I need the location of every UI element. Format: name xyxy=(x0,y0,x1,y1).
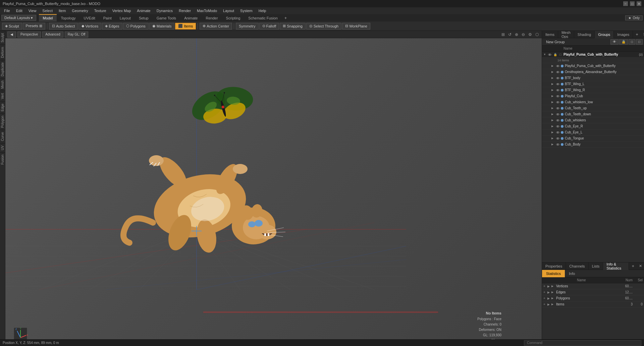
minimize-button[interactable]: − xyxy=(623,1,628,6)
menu-texture[interactable]: Texture xyxy=(92,8,109,13)
menu-layout[interactable]: Layout xyxy=(220,8,237,13)
item12-visibility-icon[interactable] xyxy=(555,130,560,135)
stats-subtab-statistics[interactable]: Statistics xyxy=(542,270,565,277)
tree-item-cub-tongue[interactable]: ▶ Cub_Tongue xyxy=(542,135,644,141)
tree-item-cub-whiskers[interactable]: ▶ Cub_whiskers xyxy=(542,117,644,123)
tab-scripting[interactable]: Scripting xyxy=(222,14,245,21)
menu-vertexmap[interactable]: Vertex Map xyxy=(110,8,134,13)
edges-button[interactable]: ◈ Edges xyxy=(102,23,122,30)
tab-layout[interactable]: Layout xyxy=(116,14,135,21)
item5-visibility-icon[interactable] xyxy=(555,88,560,93)
item4-visibility-icon[interactable] xyxy=(555,82,560,86)
stats-edges-tri[interactable]: ▶ xyxy=(551,291,555,294)
viewport-zoom-out-icon[interactable]: ⊖ xyxy=(521,32,526,37)
group1-visibility-icon[interactable] xyxy=(547,52,552,57)
sidebar-tab-curve[interactable]: Curve xyxy=(0,130,5,143)
stats-items-add[interactable]: + xyxy=(543,302,547,306)
stats-tab-properties[interactable]: Properties xyxy=(542,263,566,270)
sidebar-tab-fusion[interactable]: Fusion xyxy=(0,152,5,167)
stats-row-items[interactable]: + ▶ ▶ Items 3 0 xyxy=(542,301,644,307)
stats-polygons-tri[interactable]: ▶ xyxy=(551,297,555,300)
menu-render[interactable]: Render xyxy=(176,8,194,13)
symmetry-button[interactable]: Symmetry xyxy=(236,23,259,30)
tree-item-cub-teeth-down[interactable]: ▶ Cub_Teeth_down xyxy=(542,111,644,117)
tree-item-cub-eye-l[interactable]: ▶ Cub_Eye_L xyxy=(542,129,644,135)
tree-item-puma-cub-butterfly[interactable]: ▶ Playful_Puma_Cub_with_Butterfly xyxy=(542,63,644,69)
viewport-fit-icon[interactable]: ↺ xyxy=(507,32,513,37)
only-button[interactable]: ★Only xyxy=(625,15,643,20)
item13-visibility-icon[interactable] xyxy=(555,136,560,141)
item1-visibility-icon[interactable] xyxy=(555,64,560,68)
tree-item-btf-wing-l[interactable]: ▶ BTF_Wing_L xyxy=(542,81,644,87)
viewport-expand-icon[interactable]: ⬡ xyxy=(534,32,540,37)
tree-item-cub-body[interactable]: ▶ Cub_Body xyxy=(542,141,644,148)
sidebar-tab-polygon[interactable]: Polygon xyxy=(0,113,5,130)
tab-topology[interactable]: Topology xyxy=(57,14,79,21)
stats-row-edges[interactable]: + ▶ ▶ Edges 12.... xyxy=(542,289,644,295)
viewport-perspective[interactable]: Perspective xyxy=(17,32,41,38)
stats-vertices-arrow[interactable]: ▶ xyxy=(547,285,551,288)
action-center-button[interactable]: ⊕ Action Center xyxy=(200,23,232,30)
sidebar-tab-vert[interactable]: Vert xyxy=(0,91,5,101)
sidebar-tab-deform[interactable]: Deform xyxy=(0,45,5,60)
menu-geometry[interactable]: Geometry xyxy=(69,8,91,13)
snapping-button[interactable]: ⊞ Snapping xyxy=(280,23,306,30)
tree-item-btf-body[interactable]: ▶ BTF_body xyxy=(542,75,644,81)
tree-item-cub-teeth-up[interactable]: ▶ Cub_Teeth_up xyxy=(542,105,644,111)
tab-schematic[interactable]: Schematic Fusion xyxy=(244,14,281,21)
stats-vertices-add[interactable]: + xyxy=(543,284,547,288)
command-input[interactable] xyxy=(524,340,641,346)
stats-row-vertices[interactable]: + ▶ ▶ Vertices 60.... xyxy=(542,283,644,289)
menu-select[interactable]: Select xyxy=(40,8,55,13)
item8-visibility-icon[interactable] xyxy=(555,106,560,111)
tree-item-ornithoptera[interactable]: ▶ Ornithoptera_Alexandrae_Butterfly xyxy=(542,69,644,75)
tab-render[interactable]: Render xyxy=(202,14,222,21)
right-tab-groups[interactable]: Groups xyxy=(595,31,614,38)
sidebar-tab-duplicate[interactable]: Duplicate xyxy=(0,60,5,78)
stats-edges-arrow[interactable]: ▶ xyxy=(547,291,551,294)
stats-tab-channels[interactable]: Channels xyxy=(566,263,588,270)
menu-file[interactable]: File xyxy=(1,8,13,13)
tree-item-cub-whiskers-low[interactable]: ▶ Cub_whiskers_low xyxy=(542,99,644,105)
viewport-settings-icon[interactable]: ⚙ xyxy=(527,32,533,37)
stats-panel-close-button[interactable]: ✕ xyxy=(637,263,644,269)
stats-subtab-info[interactable]: Info xyxy=(565,270,579,277)
group1-lock-icon[interactable]: 🔒 xyxy=(553,52,557,57)
viewport-advanced[interactable]: Advanced xyxy=(42,32,63,38)
item3-visibility-icon[interactable] xyxy=(555,76,560,80)
viewport-type-nav[interactable]: ◀ xyxy=(7,32,16,38)
auto-select-button[interactable]: ⊡ Auto Select xyxy=(49,23,78,30)
viewport-home-icon[interactable]: ⊞ xyxy=(500,32,506,37)
tab-setup[interactable]: Setup xyxy=(135,14,153,21)
menu-animate[interactable]: Animate xyxy=(134,8,153,13)
right-tab-meshops[interactable]: Mesh Ops xyxy=(558,31,574,38)
tab-uvedit[interactable]: UVEdit xyxy=(80,14,99,21)
sidebar-tab-sculpt[interactable]: Sculpt xyxy=(0,31,5,45)
item2-visibility-icon[interactable] xyxy=(555,70,560,74)
layout-dropdown[interactable]: Default Layouts ▾ xyxy=(1,15,36,21)
menu-edit[interactable]: Edit xyxy=(13,8,25,13)
materials-button[interactable]: ◉ Materials xyxy=(149,23,175,30)
menu-dynamics[interactable]: Dynamics xyxy=(154,8,175,13)
stats-tab-info[interactable]: Info & Statistics xyxy=(603,263,629,270)
group1-sel-icon[interactable]: □ xyxy=(558,52,563,57)
menu-system[interactable]: System xyxy=(237,8,255,13)
tree-item-playful-cub[interactable]: ▶ Playful_Cub xyxy=(542,93,644,99)
polygons-button[interactable]: ⬡ Polygons xyxy=(123,23,149,30)
menu-help[interactable]: Help xyxy=(256,8,269,13)
right-tab-items[interactable]: Items xyxy=(542,31,558,38)
stats-vertices-tri[interactable]: ▶ xyxy=(551,285,555,288)
tab-paint[interactable]: Paint xyxy=(99,14,116,21)
sidebar-tab-mesh[interactable]: Mesh xyxy=(0,78,5,91)
close-button[interactable]: ✕ xyxy=(637,1,641,6)
maximize-button[interactable]: □ xyxy=(630,1,635,6)
viewport-raygl[interactable]: Ray GL: Off xyxy=(65,32,89,38)
stats-items-tri[interactable]: ▶ xyxy=(551,303,555,306)
stats-polygons-arrow[interactable]: ▶ xyxy=(547,297,551,300)
tree-item-cub-eye-r[interactable]: ▶ Cub_Eye_R xyxy=(542,123,644,129)
right-tab-shading[interactable]: Shading xyxy=(574,31,595,38)
right-panel-close-button[interactable]: ✕ xyxy=(641,32,644,37)
item14-visibility-icon[interactable] xyxy=(555,142,560,147)
items-button[interactable]: ⬛ Items xyxy=(175,23,196,30)
viewport-zoom-in-icon[interactable]: ⊕ xyxy=(514,32,519,37)
